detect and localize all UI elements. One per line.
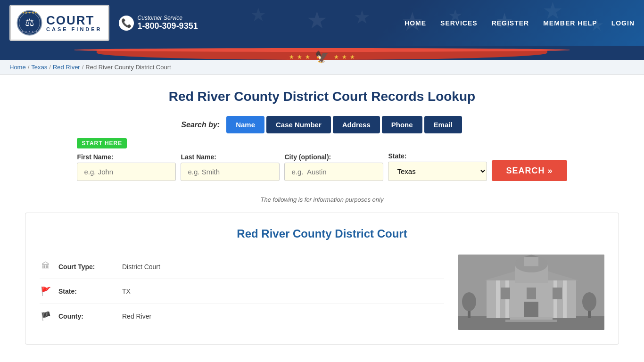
search-by-label: Search by: <box>181 121 220 129</box>
court-type-row: 🏛 Court Type: District Court <box>40 255 444 279</box>
first-name-group: First Name: <box>77 153 176 181</box>
nav-login[interactable]: LOGIN <box>611 19 635 27</box>
city-group: City (optional): <box>284 153 383 181</box>
svg-rect-26 <box>527 288 536 299</box>
svg-text:★: ★ <box>354 7 371 27</box>
top-nav: HOME SERVICES REGISTER MEMBER HELP LOGIN <box>405 19 635 27</box>
county-value-detail: Red River <box>122 313 151 320</box>
svg-point-34 <box>582 292 596 311</box>
star-icon: ★ <box>342 54 347 60</box>
court-county-row: 🏴 County: Red River <box>40 304 444 329</box>
nav-member-help[interactable]: MEMBER HELP <box>543 19 597 27</box>
phone-number: 1-800-309-9351 <box>138 21 198 31</box>
svg-rect-27 <box>553 288 562 299</box>
search-by-row: Search by: Name Case Number Address Phon… <box>25 116 619 133</box>
header-left: ★ ★ ★ ★ ★ ⚖ ★ ★ ★ ★ ★ COURT CASE FINDER … <box>9 5 198 41</box>
breadcrumb-home[interactable]: Home <box>9 64 26 71</box>
court-type-value: District Court <box>122 263 160 271</box>
breadcrumb-county[interactable]: Red River <box>53 64 80 71</box>
logo[interactable]: ★ ★ ★ ★ ★ ⚖ ★ ★ ★ ★ ★ COURT CASE FINDER <box>9 5 109 41</box>
phone-text: Customer Service 1-800-309-9351 <box>138 15 198 31</box>
state-group: State: AlabamaAlaskaArizonaArkansasCalif… <box>388 152 487 181</box>
search-button[interactable]: SEARCH » <box>492 160 567 181</box>
eagle-stars-left: ★ ★ ★ <box>289 54 310 60</box>
last-name-input[interactable] <box>181 163 280 181</box>
page-title: Red River County District Court Records … <box>25 89 619 104</box>
breadcrumb-sep: / <box>82 64 84 71</box>
site-header: ★ ★ ★ ★ ★ ★ ★ ★ ★ ★ ★ ★ ★ ⚖ ★ ★ ★ ★ ★ CO… <box>0 0 644 46</box>
tab-address[interactable]: Address <box>333 116 380 133</box>
courthouse-svg <box>458 255 604 330</box>
first-name-label: First Name: <box>77 153 176 161</box>
search-section: Search by: Name Case Number Address Phon… <box>25 116 619 187</box>
breadcrumb: Home / Texas / Red River / Red River Cou… <box>9 64 635 71</box>
court-details: 🏛 Court Type: District Court 🚩 State: TX… <box>40 255 604 330</box>
star-icon: ★ <box>350 54 355 60</box>
tab-phone[interactable]: Phone <box>382 116 422 133</box>
phone-icon: 📞 <box>119 16 134 31</box>
svg-rect-24 <box>563 280 567 318</box>
state-value-detail: TX <box>122 288 131 295</box>
svg-text:★: ★ <box>250 4 267 25</box>
breadcrumb-state[interactable]: Texas <box>31 64 47 71</box>
county-label-detail: County: <box>58 313 115 320</box>
logo-text: COURT CASE FINDER <box>46 14 102 32</box>
logo-case-finder-label: CASE FINDER <box>46 26 102 32</box>
start-here-badge: START HERE <box>77 138 127 148</box>
form-container: START HERE First Name: Last Name: City (… <box>77 138 567 187</box>
phone-section: 📞 Customer Service 1-800-309-9351 <box>119 15 198 31</box>
city-label: City (optional): <box>284 153 383 161</box>
logo-court-label: COURT <box>46 14 102 26</box>
court-info-table: 🏛 Court Type: District Court 🚩 State: TX… <box>40 255 444 330</box>
court-type-label: Court Type: <box>58 263 115 271</box>
state-label-detail: State: <box>58 288 115 295</box>
svg-rect-19 <box>524 257 538 266</box>
state-icon: 🚩 <box>40 286 51 296</box>
svg-rect-28 <box>524 302 538 318</box>
tab-case-number[interactable]: Case Number <box>266 116 331 133</box>
nav-home[interactable]: HOME <box>405 19 426 27</box>
main-content: Red River County District Court Records … <box>16 75 628 354</box>
court-card-title: Red River County District Court <box>40 227 604 240</box>
eagle-stars-right: ★ ★ ★ <box>334 54 355 60</box>
breadcrumb-current: Red River County District Court <box>85 64 171 71</box>
tab-email[interactable]: Email <box>424 116 462 133</box>
eagle-container: ★ ★ ★ 🦅 ★ ★ ★ <box>289 50 355 64</box>
county-icon: 🏴 <box>40 311 51 321</box>
nav-register[interactable]: REGISTER <box>492 19 529 27</box>
info-note: The following is for information purpose… <box>25 196 619 203</box>
court-type-icon: 🏛 <box>40 262 51 272</box>
nav-services[interactable]: SERVICES <box>440 19 478 27</box>
last-name-group: Last Name: <box>181 153 280 181</box>
court-state-row: 🚩 State: TX <box>40 279 444 304</box>
star-icon: ★ <box>297 54 302 60</box>
svg-rect-21 <box>496 280 500 318</box>
search-form: First Name: Last Name: City (optional): … <box>77 152 567 181</box>
eagle-icon: 🦅 <box>315 50 329 64</box>
svg-rect-30 <box>505 320 557 322</box>
star-icon: ★ <box>334 54 339 60</box>
city-input[interactable] <box>284 163 383 181</box>
state-select[interactable]: AlabamaAlaskaArizonaArkansasCaliforniaCo… <box>388 162 487 181</box>
svg-text:★: ★ <box>306 7 328 33</box>
svg-text:★ ★ ★ ★ ★: ★ ★ ★ ★ ★ <box>22 11 37 14</box>
star-icon: ★ <box>289 54 294 60</box>
star-icon: ★ <box>305 54 310 60</box>
ribbon-container: ★ ★ ★ 🦅 ★ ★ ★ <box>0 46 644 60</box>
breadcrumb-sep: / <box>28 64 30 71</box>
court-card: Red River County District Court 🏛 Court … <box>25 213 619 345</box>
svg-point-32 <box>462 292 476 311</box>
breadcrumb-sep: / <box>49 64 51 71</box>
last-name-label: Last Name: <box>181 153 280 161</box>
state-label: State: <box>388 152 487 160</box>
first-name-input[interactable] <box>77 163 176 181</box>
svg-rect-25 <box>501 288 510 299</box>
svg-text:⚖: ⚖ <box>25 16 34 28</box>
logo-seal-icon: ★ ★ ★ ★ ★ ⚖ ★ ★ ★ ★ ★ <box>17 10 42 36</box>
tab-name[interactable]: Name <box>226 116 264 133</box>
phone-label: Customer Service <box>138 15 198 21</box>
svg-text:★ ★ ★ ★ ★: ★ ★ ★ ★ ★ <box>21 30 38 33</box>
court-image <box>458 255 604 330</box>
